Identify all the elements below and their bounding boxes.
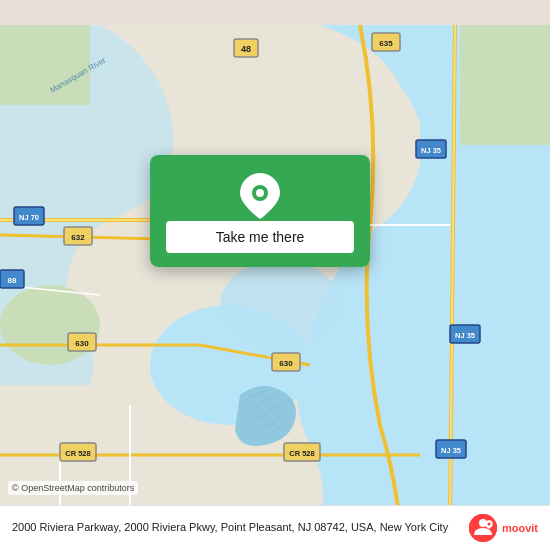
map-container: Manasquan River 48 635 NJ 70 632 NJ 35 N… bbox=[0, 0, 550, 550]
svg-text:632: 632 bbox=[71, 233, 85, 242]
take-me-there-button[interactable]: Take me there bbox=[166, 221, 354, 253]
info-bar: 2000 Riviera Parkway, 2000 Riviera Pkwy,… bbox=[0, 505, 550, 550]
popup-card: Take me there bbox=[150, 155, 370, 267]
svg-point-6 bbox=[0, 285, 100, 365]
svg-text:630: 630 bbox=[279, 359, 293, 368]
location-pin-icon bbox=[240, 173, 280, 219]
moovit-label: moovit bbox=[502, 522, 538, 534]
svg-text:635: 635 bbox=[379, 39, 393, 48]
svg-point-50 bbox=[256, 189, 264, 197]
svg-text:88: 88 bbox=[8, 276, 17, 285]
svg-rect-4 bbox=[0, 25, 90, 105]
svg-point-54 bbox=[487, 523, 490, 526]
svg-text:CR 528: CR 528 bbox=[289, 449, 314, 458]
svg-text:NJ 35: NJ 35 bbox=[455, 331, 475, 340]
moovit-logo: moovit bbox=[469, 514, 538, 542]
svg-text:CR 528: CR 528 bbox=[65, 449, 90, 458]
address-text: 2000 Riviera Parkway, 2000 Riviera Pkwy,… bbox=[12, 520, 461, 535]
map-background: Manasquan River 48 635 NJ 70 632 NJ 35 N… bbox=[0, 0, 550, 550]
popup-header: Take me there bbox=[150, 155, 370, 267]
svg-text:48: 48 bbox=[241, 44, 251, 54]
moovit-icon bbox=[469, 514, 497, 542]
svg-rect-5 bbox=[460, 25, 550, 145]
svg-text:NJ 70: NJ 70 bbox=[19, 213, 39, 222]
svg-point-3 bbox=[220, 260, 340, 350]
svg-text:630: 630 bbox=[75, 339, 89, 348]
svg-text:NJ 35: NJ 35 bbox=[441, 446, 461, 455]
svg-text:NJ 35: NJ 35 bbox=[421, 146, 441, 155]
osm-attribution: © OpenStreetMap contributors bbox=[8, 481, 138, 495]
